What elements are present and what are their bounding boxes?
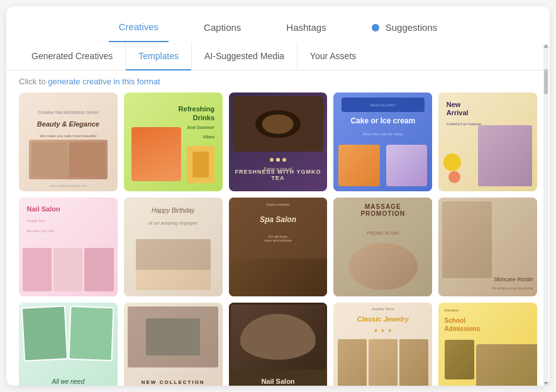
lightbulb-icon <box>372 24 379 31</box>
subnav-your-assets[interactable]: Your Assets <box>297 42 369 70</box>
tab-creatives[interactable]: Creatives <box>109 16 169 42</box>
template-card-2[interactable]: RefreshingDrinksAnd SummerVibes <box>124 92 223 191</box>
template-card-13[interactable]: Nail Salon MANICURE AND PEDICURE <box>229 303 328 386</box>
tab-suggestions[interactable]: Suggestions <box>362 17 448 42</box>
templates-grid: Creative Nail Admiration Series Beauty &… <box>19 92 537 386</box>
template-card-4[interactable]: Would you prefer? Cake or Ice cream Best… <box>333 92 432 191</box>
template-card-1[interactable]: Creative Nail Admiration Series Beauty &… <box>19 92 118 191</box>
templates-grid-area[interactable]: Creative Nail Admiration Series Beauty &… <box>6 92 550 386</box>
top-nav: Creatives Captions Hashtags Suggestions <box>6 6 550 42</box>
helper-text-highlight: generate creative in this format <box>48 77 160 86</box>
subnav-ai-suggested-media[interactable]: AI-Suggested Media <box>192 42 297 70</box>
main-container: Creatives Captions Hashtags Suggestions … <box>6 6 550 386</box>
tab-hashtags[interactable]: Hashtags <box>276 17 336 42</box>
template-card-9[interactable]: MassagePromotion PROMO 30 MIN <box>333 198 432 296</box>
template-card-12[interactable]: NEW COLLECTION The first to discover our… <box>124 303 223 386</box>
template-card-11[interactable]: All we needis Love <box>19 303 118 386</box>
template-card-7[interactable]: Happy Birthday of our amazing employee <box>124 198 223 296</box>
scrollbar[interactable] <box>543 44 548 386</box>
subnav-generated-creatives[interactable]: Generated Creatives <box>19 42 126 70</box>
template-card-5[interactable]: NewArrival Colorful Fun Fashion <box>438 92 537 191</box>
sub-nav: Generated Creatives Templates AI-Suggest… <box>6 42 550 70</box>
scrollbar-thumb[interactable] <box>544 69 548 94</box>
scroll-up-arrow[interactable] <box>543 44 548 48</box>
tab-captions[interactable]: Captions <box>194 17 251 42</box>
template-card-10[interactable]: Skincare Rostin On all items in our beau… <box>438 198 537 296</box>
template-card-15[interactable]: Education SchoolAdmissions <box>438 303 537 386</box>
helper-text: Click to generate creative in this forma… <box>6 70 550 92</box>
template-card-6[interactable]: Nail Salon Thank You We make your nails <box>19 198 118 296</box>
subnav-templates[interactable]: Templates <box>126 42 192 70</box>
scroll-down-arrow[interactable] <box>543 382 548 386</box>
template-card-14[interactable]: Jewelry Store Classic Jewelry ★ ★ ★ <box>333 303 432 386</box>
template-card-3[interactable]: Enjoy a cup of FRESHNESS WITH YGMKO TEA <box>229 92 328 191</box>
template-card-8[interactable]: Enjoy a moment Spa Salon On all bodycare… <box>229 198 328 296</box>
